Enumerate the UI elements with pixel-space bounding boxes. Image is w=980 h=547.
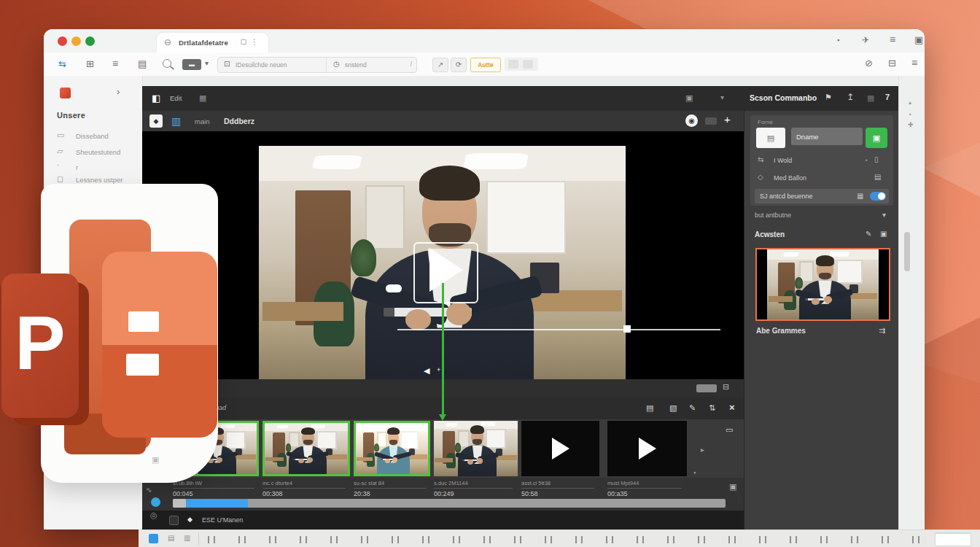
- copy-icon[interactable]: ▣: [880, 230, 887, 238]
- comment-bubble-icon[interactable]: ▧: [669, 403, 677, 413]
- tab-main[interactable]: main: [195, 117, 210, 125]
- next-icon[interactable]: ▸: [701, 446, 704, 454]
- timeline-clip[interactable]: [354, 421, 430, 476]
- columns-view-icon[interactable]: ▥: [171, 115, 181, 127]
- zoom-window-button[interactable]: [85, 36, 95, 46]
- confirm-button[interactable]: ▣: [866, 128, 887, 148]
- status-checkbox[interactable]: [169, 516, 179, 525]
- scene-part: [311, 424, 325, 428]
- cursor-tool-icon[interactable]: ↗: [432, 58, 448, 72]
- list-view-icon[interactable]: ≡: [112, 58, 118, 69]
- mode-button[interactable]: ▬: [182, 59, 201, 70]
- dock-columns-icon[interactable]: ▥: [184, 534, 190, 542]
- play-overlay-icon[interactable]: [429, 248, 463, 292]
- vertical-scrollbar-thumb[interactable]: [904, 232, 910, 271]
- wave-icon[interactable]: ∿: [146, 486, 152, 494]
- dock-list-icon[interactable]: ▤: [168, 534, 174, 542]
- left-guide-handle[interactable]: [386, 284, 402, 292]
- panel-count: 7: [885, 93, 890, 101]
- pen-icon[interactable]: ✎: [689, 403, 696, 413]
- upload-arrow-icon[interactable]: ↥: [847, 92, 854, 102]
- back-arrow-icon[interactable]: ◀: [424, 366, 429, 376]
- rail-dot-icon[interactable]: ▪: [909, 111, 911, 117]
- address-bar[interactable]: ⊡ IDesuilchde neuen ◷ snstend /: [217, 57, 417, 73]
- marker-icon[interactable]: ◆: [187, 516, 192, 523]
- panel-row-language[interactable]: ⇆ I Wold ▪ ▯: [750, 155, 893, 167]
- send-icon[interactable]: ✈: [862, 35, 869, 45]
- menu-icon[interactable]: ≡: [890, 34, 895, 45]
- auto-button[interactable]: Autte: [470, 58, 501, 72]
- flag-icon[interactable]: ⚑: [825, 93, 832, 102]
- record-dot-button[interactable]: [151, 497, 160, 507]
- block-icon[interactable]: ⊘: [865, 58, 873, 69]
- film-icon[interactable]: ▤: [646, 403, 653, 413]
- chevron-down-icon[interactable]: ▾: [720, 93, 724, 101]
- record-badge-icon[interactable]: ◉: [685, 115, 698, 127]
- scrollbar-cap[interactable]: [173, 499, 186, 508]
- scene-part: [829, 252, 849, 257]
- chevron-down-icon[interactable]: ▾: [205, 59, 209, 67]
- name-input[interactable]: [791, 128, 863, 145]
- filmstrip-icon[interactable]: ▭: [726, 425, 733, 435]
- diamond-icon: ◇: [758, 173, 763, 181]
- duplicate-icon[interactable]: ▣: [152, 455, 159, 465]
- minimize-window-button[interactable]: [71, 36, 81, 46]
- target-icon[interactable]: ◎: [150, 511, 158, 520]
- zoom-pill-button[interactable]: [696, 384, 717, 392]
- collapse-chevron-icon[interactable]: ›: [117, 86, 120, 97]
- browser-tab[interactable]: ⊖ Drtlatafdetatre ▢ ⋮: [157, 33, 268, 53]
- sidebar-item[interactable]: ▱ Sheutestutend: [44, 145, 142, 160]
- panel-icon[interactable]: ⊟: [888, 58, 896, 69]
- app-icon[interactable]: [60, 88, 71, 98]
- refresh-icon[interactable]: ⟳: [451, 58, 467, 72]
- downloads-icon[interactable]: ▣: [914, 34, 923, 45]
- right-guide-handle[interactable]: [623, 325, 631, 333]
- document-icon: ▭: [57, 131, 64, 140]
- timeline-scrollbar[interactable]: [173, 499, 726, 508]
- tab-document[interactable]: Dddberz: [224, 117, 254, 125]
- selected-clip-thumbnail[interactable]: [755, 248, 890, 321]
- layer-thumbnail[interactable]: ▤: [756, 128, 785, 148]
- tab-menu-icon[interactable]: ⋮: [251, 38, 258, 46]
- rail-up-icon[interactable]: ▴: [909, 99, 911, 106]
- window-layout-icon[interactable]: ▦: [199, 93, 206, 103]
- grid-icon[interactable]: ▦: [867, 93, 874, 103]
- panel-row-style[interactable]: ◇ Med Ballon ▤: [750, 173, 893, 185]
- dot-icon[interactable]: ▪: [693, 469, 696, 476]
- apps-grid-icon[interactable]: ⊞: [86, 58, 94, 69]
- comment-icon[interactable]: ▣: [685, 93, 693, 103]
- panel-dropdown[interactable]: but antbutne ▾: [755, 210, 892, 222]
- pen-icon[interactable]: ✎: [866, 230, 871, 238]
- scrollbar-progress[interactable]: [186, 499, 248, 508]
- dock-app-icon[interactable]: [149, 534, 158, 543]
- home-tool-button[interactable]: ◆: [149, 115, 163, 128]
- timeline-clip-placeholder[interactable]: [521, 421, 599, 476]
- timeline-clip[interactable]: [434, 421, 518, 476]
- save-icon[interactable]: ▤: [138, 58, 147, 69]
- playhead-line[interactable]: [442, 283, 444, 414]
- sidebar-item[interactable]: ▭ Disseband: [44, 129, 142, 144]
- playhead-arrowhead[interactable]: [439, 414, 446, 421]
- chat-icon[interactable]: ▣: [729, 482, 736, 492]
- toggle-switch[interactable]: [870, 192, 886, 201]
- sync-icon[interactable]: ⇆: [58, 58, 66, 69]
- add-clip-button[interactable]: +: [724, 113, 731, 125]
- sliders-icon[interactable]: ⇅: [709, 403, 715, 413]
- browser-tabbar: ⊖ Drtlatafdetatre ▢ ⋮ ▪ ✈ ≡ ▣: [44, 29, 925, 53]
- tab-overlap-icon[interactable]: ▢: [240, 38, 246, 45]
- grid-icon: ▦: [857, 192, 863, 200]
- timeline-clip[interactable]: [262, 421, 350, 476]
- logo-bullet-bar: [126, 354, 159, 376]
- forward-icon[interactable]: ⇉: [879, 326, 885, 335]
- rail-add-icon[interactable]: ✚: [908, 121, 914, 128]
- ruler-end-box[interactable]: [935, 532, 971, 546]
- plus-icon[interactable]: +: [437, 366, 440, 373]
- fit-view-icon[interactable]: ⊟: [723, 382, 729, 392]
- close-window-button[interactable]: [58, 36, 67, 46]
- timeline-clip-placeholder[interactable]: [607, 421, 687, 476]
- window-dot-icon[interactable]: ▪: [837, 36, 839, 44]
- panel-row-account[interactable]: SJ antcd beuenne ▦: [755, 189, 889, 203]
- preview-pill-icon[interactable]: [705, 117, 717, 125]
- settings-menu-icon[interactable]: ≡: [911, 57, 917, 69]
- close-tracks-icon[interactable]: ×: [729, 402, 735, 413]
